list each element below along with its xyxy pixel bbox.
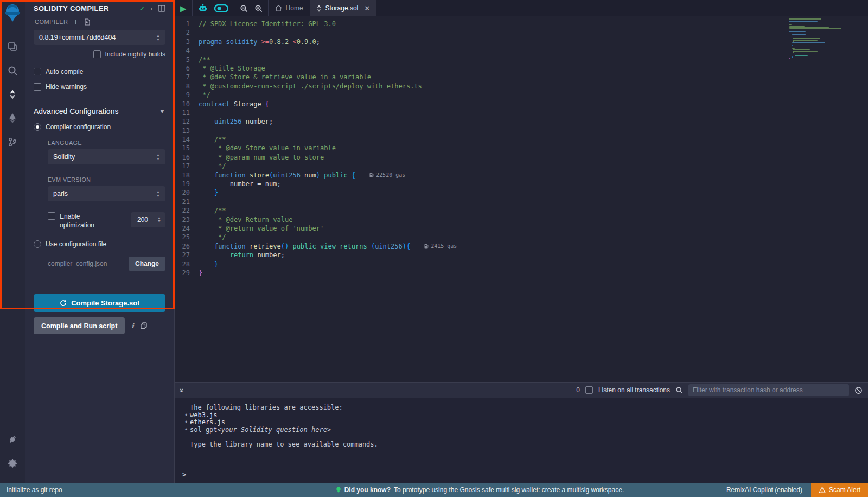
code-line[interactable]: 28 }	[175, 260, 868, 269]
library-link[interactable]: ethers.js	[190, 419, 225, 426]
code-line[interactable]: 21	[175, 197, 868, 206]
code-line[interactable]: 26 function retrieve() public view retur…	[175, 242, 868, 251]
config-file-name: compiler_config.json	[48, 260, 107, 267]
code-line[interactable]: 23 * @dev Return value	[175, 215, 868, 224]
file-explorer-icon[interactable]	[0, 35, 25, 59]
compiler-configuration-row: Compiler configuration	[34, 123, 165, 131]
compiler-configuration-label: Compiler configuration	[46, 123, 111, 131]
hide-warnings-checkbox[interactable]	[34, 83, 41, 91]
transaction-filter-input[interactable]	[688, 384, 849, 396]
terminal-search-icon[interactable]	[675, 386, 683, 394]
select-caret-icon: ▲▼	[156, 190, 160, 197]
scam-alert-label: Scam Alert	[829, 486, 860, 494]
search-icon[interactable]	[0, 59, 25, 82]
change-config-button[interactable]: Change	[129, 257, 165, 271]
copilot-toggle-icon[interactable]	[214, 4, 228, 12]
use-configuration-file-row: Use configuration file	[34, 240, 165, 248]
code-line[interactable]: 19 number = num;	[175, 180, 868, 188]
compile-and-run-button[interactable]: Compile and Run script	[34, 317, 125, 334]
nightly-builds-checkbox[interactable]	[93, 50, 101, 58]
code-line[interactable]: 8 * @custom:dev-run-script ./scripts/dep…	[175, 82, 868, 91]
code-line[interactable]: 12 uint256 number;	[175, 117, 868, 126]
advanced-configurations-header[interactable]: Advanced Configurations ▼	[34, 107, 165, 116]
code-line[interactable]: 13	[175, 126, 868, 135]
close-tab-icon[interactable]: ✕	[364, 4, 370, 12]
use-configuration-file-radio[interactable]	[34, 240, 41, 248]
add-compiler-icon[interactable]: +	[73, 18, 78, 26]
compiler-configuration-radio[interactable]	[34, 123, 41, 131]
git-init-status[interactable]: Initialize as git repo	[0, 486, 233, 494]
copy-icon[interactable]	[141, 322, 147, 329]
code-line[interactable]: 3pragma solidity >=0.8.2 <0.9.0;	[175, 37, 868, 46]
enable-optimization-label: Enable optimization	[60, 212, 106, 230]
remix-logo-icon[interactable]	[3, 3, 22, 23]
refresh-icon	[60, 300, 67, 307]
status-bar-right: RemixAI Copilot (enabled) Scam Alert	[726, 483, 868, 497]
code-line[interactable]: 5/**	[175, 55, 868, 64]
code-line[interactable]: 15 * @dev Store value in variable	[175, 144, 868, 152]
code-line[interactable]: 11	[175, 109, 868, 117]
code-line[interactable]: 24 * @return value of 'number'	[175, 224, 868, 233]
settings-gear-icon[interactable]	[0, 451, 25, 475]
code-line[interactable]: 10contract Storage {	[175, 100, 868, 109]
git-icon[interactable]	[0, 130, 25, 154]
scam-alert-badge[interactable]: Scam Alert	[811, 483, 868, 497]
code-line[interactable]: 4	[175, 46, 868, 55]
tab-home-label: Home	[286, 4, 303, 12]
code-line[interactable]: 16 * @param num value to store	[175, 153, 868, 162]
compiler-version-select[interactable]: 0.8.19+commit.7dd6d404 ▲▼	[34, 30, 165, 45]
vertical-icon-bar	[0, 0, 25, 483]
plugin-manager-icon[interactable]	[0, 428, 25, 451]
code-line[interactable]: 17 */	[175, 162, 868, 170]
code-token	[289, 242, 292, 251]
library-link[interactable]: web3.js	[190, 412, 218, 419]
expand-terminal-icon[interactable]: »	[178, 388, 186, 392]
terminal-text: The following libraries are accessible:	[190, 404, 343, 412]
nightly-builds-row: Include nightly builds	[34, 50, 165, 58]
tab-storage-sol[interactable]: Storage.sol ✕	[310, 0, 377, 16]
zoom-in-icon[interactable]	[254, 4, 263, 12]
tab-home[interactable]: Home	[269, 0, 310, 16]
language-select[interactable]: Solidity ▲▼	[48, 149, 165, 164]
clear-console-icon[interactable]	[854, 386, 863, 394]
copilot-status[interactable]: RemixAI Copilot (enabled)	[726, 486, 811, 494]
evm-version-select[interactable]: paris ▲▼	[48, 186, 165, 201]
terminal-body[interactable]: The following libraries are accessible:•…	[175, 398, 868, 483]
code-line[interactable]: 1// SPDX-License-Identifier: GPL-3.0	[175, 20, 868, 28]
code-line[interactable]: 14 /**	[175, 135, 868, 144]
code-token: }	[214, 260, 218, 269]
minimap-line	[795, 44, 807, 45]
deploy-and-run-icon[interactable]	[0, 106, 25, 130]
run-script-play-icon[interactable]: ▶	[180, 4, 187, 12]
minimap-line	[793, 51, 818, 52]
code-line[interactable]: 25 */	[175, 233, 868, 241]
solidity-compiler-icon[interactable]	[0, 82, 25, 106]
did-you-know-tip: Did you know? To prototype using the Gno…	[233, 486, 726, 494]
code-editor[interactable]: 1// SPDX-License-Identifier: GPL-3.023pr…	[175, 16, 868, 382]
compile-button[interactable]: Compile Storage.sol	[34, 294, 165, 312]
code-line[interactable]: 18 function store(uint256 num) public {2…	[175, 171, 868, 180]
auto-compile-checkbox[interactable]	[34, 68, 41, 75]
code-line[interactable]: 7 * @dev Store & retrieve value in a var…	[175, 73, 868, 81]
code-line[interactable]: 29}	[175, 269, 868, 277]
info-icon[interactable]: i	[131, 322, 134, 330]
enable-optimization-checkbox[interactable]	[48, 212, 55, 220]
minimap-line	[789, 21, 818, 22]
listen-transactions-checkbox[interactable]	[585, 386, 593, 394]
optimization-runs-stepper[interactable]: 200 ▲▼	[131, 212, 165, 227]
code-line[interactable]: 27 return number;	[175, 251, 868, 259]
code-line[interactable]: 9 */	[175, 91, 868, 99]
split-view-icon[interactable]	[158, 5, 165, 12]
gas-estimate-annotation: 22520 gas	[369, 171, 405, 180]
code-line[interactable]: 20 }	[175, 188, 868, 197]
zoom-out-icon[interactable]	[240, 4, 248, 12]
minimap[interactable]	[789, 18, 846, 59]
code-line[interactable]: 6 * @title Storage	[175, 64, 868, 73]
code-line[interactable]: 22 /**	[175, 206, 868, 215]
load-from-file-icon[interactable]	[84, 18, 91, 26]
code-line[interactable]: 2	[175, 28, 868, 37]
terminal-prompt[interactable]: >	[182, 471, 186, 479]
code-token: {	[265, 100, 269, 109]
remix-ai-robot-icon[interactable]	[198, 4, 208, 12]
chevron-right-icon[interactable]: ›	[150, 5, 152, 12]
